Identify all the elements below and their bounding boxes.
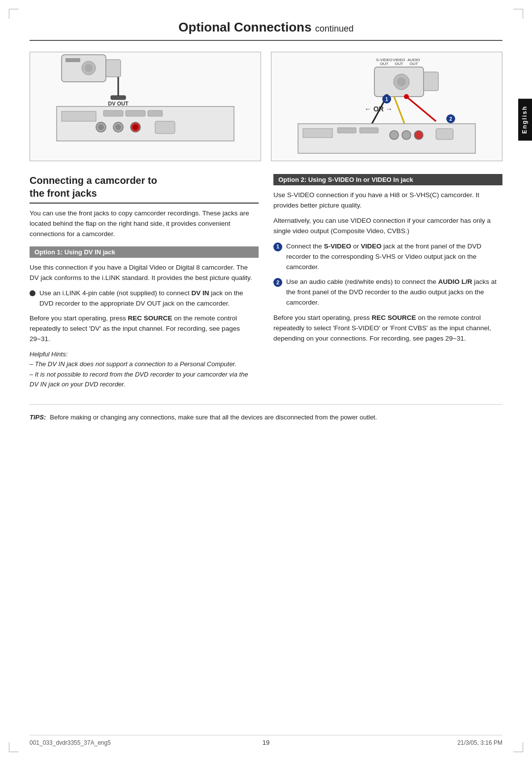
option2-num1: 1 Connect the S-VIDEO or VIDEO jack at t… xyxy=(273,242,502,273)
option1-body2: Before you start operating, press REC SO… xyxy=(30,313,259,345)
section-heading-left: Connecting a camcorder to the front jack… xyxy=(30,174,259,204)
bullet-num-2: 2 xyxy=(273,278,282,287)
diagram-row: DV OUT ← OR → S-VIDEO OUT VIDE xyxy=(30,52,502,161)
num1-text: Connect the S-VIDEO or VIDEO jack at the… xyxy=(286,242,502,273)
bullet-dot xyxy=(30,290,35,296)
corner-tl xyxy=(9,9,19,19)
diagram-right-svg: ← OR → S-VIDEO OUT VIDEO OUT AUDIO OUT 1 xyxy=(271,52,502,161)
title-main: Optional Connections xyxy=(178,20,311,35)
page-title: Optional Connections continued xyxy=(30,20,502,41)
svg-text:1: 1 xyxy=(385,97,388,102)
diagram-right: ← OR → S-VIDEO OUT VIDEO OUT AUDIO OUT 1 xyxy=(271,52,502,161)
page-number: 19 xyxy=(263,739,269,746)
diagram-left: DV OUT xyxy=(30,52,261,161)
option1-body1: Use this connection if you have a Digita… xyxy=(30,263,259,283)
option2-body3: Before you start operating, press REC SO… xyxy=(273,313,502,344)
diagram-left-svg: DV OUT xyxy=(30,52,261,161)
tips-section: TIPS: Before making or changing any conn… xyxy=(30,404,502,422)
svg-rect-3 xyxy=(126,110,145,116)
svg-rect-20 xyxy=(66,58,80,62)
intro-text: You can use the front jacks to copy camc… xyxy=(30,208,259,240)
svg-rect-4 xyxy=(148,110,163,116)
svg-text:OUT: OUT xyxy=(380,62,389,66)
bullet1-text: Use an i.LINK 4-pin cable (not supplied)… xyxy=(39,288,259,309)
option2-body1: Use S-VIDEO connection if you have a Hi8… xyxy=(273,190,502,211)
svg-line-36 xyxy=(406,97,436,121)
num2-text: Use an audio cable (red/white ends) to c… xyxy=(286,277,502,308)
english-tab: English xyxy=(518,99,532,140)
tips-label: TIPS: xyxy=(30,413,46,422)
svg-rect-1 xyxy=(62,111,96,121)
tips-text: Before making or changing any connection… xyxy=(50,413,377,422)
svg-rect-29 xyxy=(424,72,438,91)
corner-br xyxy=(513,742,523,752)
helpful-hint2: – It is not possible to record from the … xyxy=(30,370,259,389)
svg-rect-42 xyxy=(303,129,332,138)
col-left: Connecting a camcorder to the front jack… xyxy=(30,174,259,389)
svg-point-31 xyxy=(397,77,406,86)
svg-rect-2 xyxy=(103,110,123,116)
svg-point-8 xyxy=(115,124,121,130)
option1-bar: Option 1: Using DV IN jack xyxy=(30,246,259,258)
svg-point-45 xyxy=(390,131,399,139)
option2-bar: Option 2: Using S-VIDEO In or VIDEO In j… xyxy=(273,174,502,185)
svg-rect-13 xyxy=(111,96,126,100)
svg-rect-43 xyxy=(337,128,356,133)
title-continued: continued xyxy=(315,24,354,34)
svg-point-37 xyxy=(404,94,409,99)
heading-line1: Connecting a camcorder to xyxy=(30,175,157,186)
content-row: Connecting a camcorder to the front jack… xyxy=(30,174,502,389)
helpful-hints: Helpful Hints: – The DV IN jack does not… xyxy=(30,349,259,389)
svg-text:2: 2 xyxy=(449,116,452,122)
svg-point-19 xyxy=(85,64,93,72)
svg-rect-48 xyxy=(436,129,453,139)
footer-right: 21/3/05, 3:16 PM xyxy=(458,739,502,746)
svg-text:OUT: OUT xyxy=(395,62,403,66)
corner-bl xyxy=(9,742,19,752)
svg-point-10 xyxy=(133,124,138,130)
svg-text:DV OUT: DV OUT xyxy=(108,101,129,106)
svg-rect-44 xyxy=(360,128,378,133)
col-right: Option 2: Using S-VIDEO In or VIDEO In j… xyxy=(273,174,502,389)
svg-rect-17 xyxy=(106,60,121,77)
svg-rect-11 xyxy=(155,121,175,134)
svg-point-6 xyxy=(98,124,104,130)
svg-point-47 xyxy=(414,131,423,139)
footer-left: 001_033_dvdr3355_37A_eng5 xyxy=(30,739,111,746)
option1-bullet1: Use an i.LINK 4-pin cable (not supplied)… xyxy=(30,288,259,309)
corner-tr xyxy=(513,9,523,19)
bullet-num-1: 1 xyxy=(273,242,282,251)
page-container: English Optional Connections continued xyxy=(0,0,532,761)
helpful-hint1: – The DV IN jack does not support a conn… xyxy=(30,359,259,369)
option2-num2: 2 Use an audio cable (red/white ends) to… xyxy=(273,277,502,308)
heading-line2: the front jacks xyxy=(30,188,97,199)
svg-point-46 xyxy=(402,131,411,139)
svg-text:OUT: OUT xyxy=(410,62,418,66)
helpful-hints-title: Helpful Hints: xyxy=(30,349,259,359)
option2-body2: Alternatively, you can use VIDEO connect… xyxy=(273,216,502,237)
